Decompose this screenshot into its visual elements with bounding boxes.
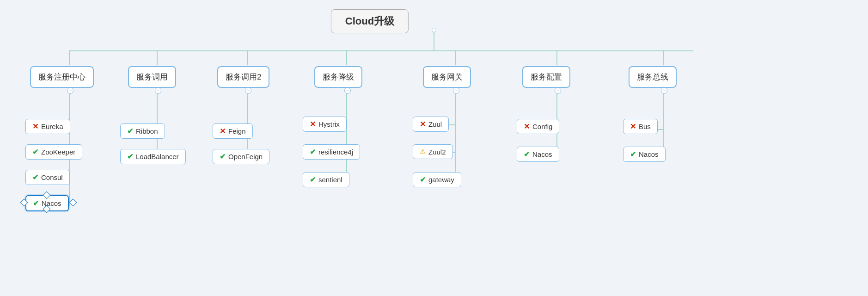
mind-map-diagram: Cloud升级 服务注册中心 − 服务调用 − 服务调用2 − 服务降级 − 服… [0,0,868,296]
warn-icon: ⚠ [420,148,426,156]
diamond-right-nacos[interactable] [69,199,77,207]
check-icon: ✔ [220,152,226,161]
item-gateway[interactable]: ✔ gateway [413,172,461,187]
item-label-eureka: Eureka [41,123,63,130]
item-label-consul: Consul [41,173,63,181]
x-icon: ✕ [310,120,316,129]
item-label-nacos-cat6: Nacos [532,150,552,158]
item-feign[interactable]: ✕ Feign [213,123,253,139]
item-sentienl[interactable]: ✔ sentienl [303,172,349,187]
item-label-hystrix: Hystrix [318,120,340,128]
item-label-openfeign: OpenFeign [228,153,263,160]
category-node-cat6[interactable]: 服务配置 [522,66,570,88]
item-nacos-cat7[interactable]: ✔ Nacos [623,147,666,162]
root-label: Cloud升级 [345,15,394,27]
check-icon: ✔ [33,199,39,208]
item-hystrix[interactable]: ✕ Hystrix [303,117,347,132]
item-label-loadbalancer: LoadBalancer [136,153,179,160]
collapse-cat4[interactable]: − [344,87,351,94]
x-icon: ✕ [420,120,426,129]
category-label-cat4: 服务降级 [323,73,354,81]
check-icon: ✔ [127,127,133,136]
item-consul[interactable]: ✔ Consul [25,170,70,185]
check-icon: ✔ [127,152,133,161]
category-node-cat1[interactable]: 服务注册中心 [30,66,94,88]
item-ribbon[interactable]: ✔ Ribbon [120,123,165,139]
root-bottom-dot [432,28,436,32]
x-icon: ✕ [630,122,636,131]
item-label-feign: Feign [228,127,246,135]
category-label-cat2: 服务调用 [136,73,168,81]
collapse-cat1[interactable]: − [67,87,73,94]
check-icon: ✔ [630,150,636,159]
item-label-config: Config [532,123,552,130]
item-zuul2[interactable]: ⚠ Zuul2 [413,144,453,159]
category-label-cat1: 服务注册中心 [38,73,86,81]
category-node-cat5[interactable]: 服务网关 [423,66,471,88]
item-nacos-cat6[interactable]: ✔ Nacos [517,147,559,162]
category-node-cat2[interactable]: 服务调用 [128,66,176,88]
collapse-cat6[interactable]: − [555,87,561,94]
item-label-nacos-cat1: Nacos [42,199,61,207]
category-label-cat7: 服务总线 [637,73,668,81]
item-config[interactable]: ✕ Config [517,119,559,134]
item-eureka[interactable]: ✕ Eureka [25,119,70,134]
x-icon: ✕ [524,122,530,131]
item-loadbalancer[interactable]: ✔ LoadBalancer [120,149,186,164]
x-icon: ✕ [220,127,226,136]
check-icon: ✔ [310,148,316,156]
item-zuul[interactable]: ✕ Zuul [413,117,449,132]
category-label-cat5: 服务网关 [431,73,463,81]
item-label-ribbon: Ribbon [136,127,158,135]
item-label-nacos-cat7: Nacos [639,150,659,158]
root-node: Cloud升级 [331,9,409,33]
check-icon: ✔ [524,150,530,159]
item-label-gateway: gateway [428,176,454,184]
collapse-cat2[interactable]: − [155,87,161,94]
item-label-sentienl: sentienl [318,176,342,184]
item-zookeeper[interactable]: ✔ ZooKeeper [25,144,82,160]
collapse-cat7[interactable]: − [661,87,667,94]
check-icon: ✔ [310,175,316,184]
category-node-cat7[interactable]: 服务总线 [629,66,677,88]
item-label-zookeeper: ZooKeeper [41,148,75,156]
check-icon: ✔ [32,173,38,182]
collapse-cat5[interactable]: − [453,87,459,94]
item-openfeign[interactable]: ✔ OpenFeign [213,149,269,164]
check-icon: ✔ [420,175,426,184]
collapse-cat3[interactable]: − [245,87,251,94]
check-icon: ✔ [32,148,38,156]
x-icon: ✕ [32,122,38,131]
category-label-cat3: 服务调用2 [226,73,261,81]
category-node-cat4[interactable]: 服务降级 [314,66,362,88]
item-bus[interactable]: ✕ Bus [623,119,658,134]
item-label-resilience4j: resilience4j [318,148,353,156]
item-resilience4j[interactable]: ✔ resilience4j [303,144,360,160]
item-label-zuul2: Zuul2 [428,148,446,156]
category-label-cat6: 服务配置 [531,73,562,81]
item-label-bus: Bus [639,123,651,130]
item-label-zuul: Zuul [428,120,442,128]
category-node-cat3[interactable]: 服务调用2 [217,66,269,88]
